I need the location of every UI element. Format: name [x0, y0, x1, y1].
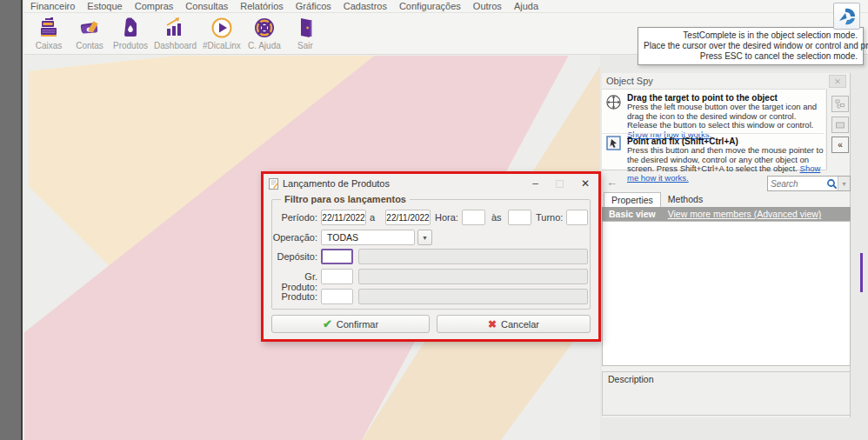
- gr-produto-code-input[interactable]: [321, 269, 353, 284]
- toolbar-sair[interactable]: Sair: [288, 17, 323, 50]
- toolbar-contas[interactable]: Contas: [72, 17, 107, 50]
- menu-bar: Financeiro Estoque Compras Consultas Rel…: [24, 0, 868, 13]
- menu-relatorios[interactable]: Relatórios: [240, 1, 284, 11]
- tab-methods[interactable]: Methods: [661, 192, 710, 207]
- minimize-icon[interactable]: –: [532, 179, 538, 188]
- maximize-icon: [556, 180, 564, 188]
- toolbar-dashboard[interactable]: Dashboard: [154, 17, 197, 50]
- operacao-label: Operação:: [272, 232, 317, 243]
- turno-label: Turno:: [536, 212, 564, 223]
- search-options-dropdown[interactable]: ▼: [838, 177, 850, 190]
- close-icon[interactable]: ✕: [829, 75, 846, 88]
- toolbar-label: #DicaLinx: [203, 41, 241, 50]
- selection-highlight: Lançamento de Produtos – ✕ Filtro para o…: [261, 171, 601, 342]
- toolbar-label: Caixas: [36, 41, 63, 50]
- toolbar-caixas[interactable]: Caixas: [31, 17, 66, 50]
- selection-mode-tooltip: TestComplete is in the object selection …: [638, 27, 864, 65]
- gr-produto-name-field: [358, 269, 588, 284]
- point-and-fix-section: Point and fix (Shift+Ctrl+A) Press this …: [602, 133, 824, 171]
- spy-tabs: Properties Methods: [604, 192, 710, 207]
- tab-properties[interactable]: Properties: [604, 192, 661, 207]
- dashboard-chart-icon: [164, 17, 186, 39]
- hora-label: Hora:: [435, 212, 459, 223]
- operacao-row: Operação: TODAS ▼: [264, 230, 598, 247]
- menu-outros[interactable]: Outros: [473, 1, 502, 11]
- check-icon: ✔: [323, 317, 332, 330]
- testcomplete-indicator[interactable]: [833, 3, 860, 30]
- produto-name-field: [358, 289, 588, 304]
- product-jug-icon: [119, 17, 142, 39]
- drag-target-icon: [606, 95, 621, 110]
- view-mode-bar: Basic view View more members (Advanced v…: [602, 207, 851, 221]
- hora-from-input[interactable]: [462, 210, 485, 225]
- highlight-object-button[interactable]: [831, 117, 849, 133]
- scrollbar-thumb[interactable]: [860, 253, 863, 292]
- advanced-view-link[interactable]: View more members (Advanced view): [668, 209, 822, 219]
- basic-view-label: Basic view: [609, 209, 656, 219]
- chevron-down-icon: ▼: [422, 235, 428, 241]
- gr-produto-row: Gr. Produto:: [264, 269, 598, 286]
- tooltip-line: TestComplete is in the object selection …: [644, 30, 858, 41]
- produto-label: Produto:: [267, 291, 317, 302]
- toolbar-label: Sair: [297, 41, 313, 50]
- lifebuoy-icon: [253, 17, 276, 39]
- menu-ajuda[interactable]: Ajuda: [514, 1, 538, 11]
- toolbar-label: C. Ajuda: [248, 41, 281, 50]
- drag-target-section: Drag the target to point to the object P…: [602, 93, 824, 131]
- a-label: a: [370, 212, 378, 223]
- menu-estoque[interactable]: Estoque: [87, 1, 122, 11]
- object-spy-title: Object Spy: [606, 76, 653, 86]
- operacao-dropdown-button[interactable]: ▼: [417, 230, 432, 245]
- x-icon: ✖: [488, 318, 497, 330]
- periodo-row: Período: a Hora: às Turno:: [264, 210, 598, 227]
- dialog-window-controls: – ✕: [532, 174, 590, 193]
- testcomplete-logo-icon: [838, 7, 857, 26]
- screen: Financeiro Estoque Compras Consultas Rel…: [0, 0, 868, 440]
- toolbar-label: Contas: [76, 41, 103, 50]
- section-body-text: Press the left mouse button over the tar…: [627, 102, 817, 130]
- turno-input[interactable]: [566, 210, 588, 225]
- confirmar-button[interactable]: ✔ Confirmar: [271, 315, 430, 333]
- menu-configuracoes[interactable]: Configurações: [399, 1, 461, 11]
- menu-graficos[interactable]: Gráficos: [296, 1, 331, 11]
- groupbox-title: Filtro para os lançamentos: [281, 194, 410, 204]
- menu-cadastros[interactable]: Cadastros: [344, 1, 387, 11]
- periodo-to-input[interactable]: [385, 210, 431, 225]
- periodo-from-input[interactable]: [321, 210, 366, 225]
- tree-view-button[interactable]: [831, 96, 849, 112]
- deposito-code-input[interactable]: [321, 249, 353, 264]
- toolbar-cajuda[interactable]: C. Ajuda: [247, 17, 282, 50]
- menu-consultas[interactable]: Consultas: [185, 1, 228, 11]
- cash-register-icon: [37, 17, 60, 39]
- divider: [826, 89, 827, 170]
- collapse-panel-button[interactable]: «: [831, 137, 849, 153]
- produto-code-input[interactable]: [321, 289, 353, 304]
- operacao-select[interactable]: TODAS: [321, 230, 415, 245]
- description-label: Description: [608, 374, 654, 384]
- toolbar-label: Produtos: [113, 41, 148, 50]
- desktop-edge: [0, 0, 23, 440]
- toolbar-dicalinx[interactable]: #DicaLinx: [203, 17, 241, 50]
- cancelar-button[interactable]: ✖ Cancelar: [437, 315, 591, 333]
- properties-list[interactable]: [602, 221, 851, 366]
- banknotes-icon: [78, 17, 101, 39]
- tooltip-line: Place the cursor over the desired window…: [644, 41, 858, 51]
- object-spy-panel: Object Spy ✕ Drag the target to point to…: [602, 73, 851, 417]
- toolbar-produtos[interactable]: Produtos: [113, 17, 148, 50]
- play-circle-icon: [210, 17, 233, 39]
- tooltip-line: Press ESC to cancel the selection mode.: [644, 51, 858, 62]
- menu-compras[interactable]: Compras: [135, 1, 174, 11]
- hora-to-input[interactable]: [508, 210, 531, 225]
- menu-financeiro[interactable]: Financeiro: [30, 1, 75, 11]
- dialog-title: Lançamento de Produtos: [283, 178, 390, 189]
- toolbar-label: Dashboard: [154, 41, 197, 50]
- search-input[interactable]: [768, 179, 826, 189]
- deposito-row: Depósito:: [264, 249, 598, 266]
- back-arrow-icon[interactable]: ←: [606, 176, 618, 189]
- cancelar-label: Cancelar: [501, 319, 539, 330]
- close-icon[interactable]: ✕: [581, 177, 590, 190]
- search-icon: [826, 178, 838, 190]
- section-body-text: Press this button and then move the mous…: [627, 145, 824, 173]
- description-panel: Description: [602, 371, 851, 416]
- search-box: ▼: [767, 176, 851, 191]
